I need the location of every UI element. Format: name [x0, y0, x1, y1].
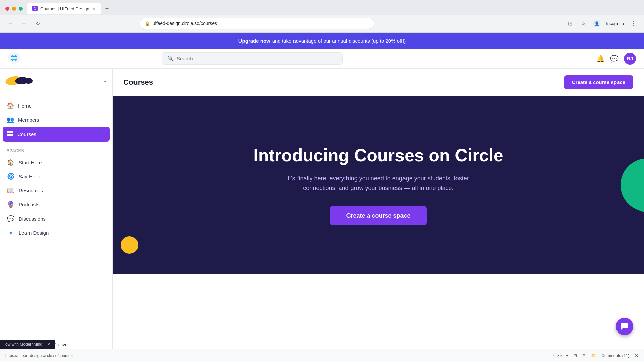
status-bar-url: https://uifeed-design.circle.so/courses: [5, 353, 73, 358]
browser-toolbar-right: ⊡ ☆ 👤 Incognito ⋮: [565, 18, 639, 29]
sidebar-item-members-label: Members: [18, 117, 39, 123]
sidebar-item-resources[interactable]: 📖 Resources: [0, 183, 112, 197]
bottom-close-icon[interactable]: ✕: [635, 353, 639, 358]
svg-text:🌐: 🌐: [10, 54, 18, 62]
sidebar-item-discussions[interactable]: 💬 Discussions: [0, 212, 112, 226]
message-icon[interactable]: 💬: [610, 55, 619, 63]
zoom-in-icon[interactable]: +: [566, 353, 568, 358]
view-icon-2[interactable]: ⊟: [582, 353, 586, 358]
sidebar-item-learn-design[interactable]: ● Learn Design: [0, 226, 112, 240]
comments-label[interactable]: Comments (11): [601, 353, 629, 358]
members-icon: 👥: [7, 116, 14, 123]
sidebar-item-courses-label: Courses: [17, 131, 36, 137]
tab-title: Courses | UIFeed Design: [40, 6, 89, 11]
close-window-btn[interactable]: [5, 7, 9, 11]
browser-menu-icon[interactable]: ⋮: [628, 18, 639, 29]
sidebar-space-podcasts-label: Podcasts: [19, 202, 40, 207]
notification-icon[interactable]: 🔔: [596, 55, 605, 63]
window-controls: [5, 7, 23, 11]
minimize-window-btn[interactable]: [12, 7, 16, 11]
say-hello-icon: 🌀: [7, 172, 15, 180]
address-bar[interactable]: 🔒 uifeed-design.circle.so/courses: [140, 18, 374, 29]
user-avatar[interactable]: RJ: [624, 53, 636, 65]
view-icon-3[interactable]: 📁: [591, 353, 596, 358]
active-tab[interactable]: C Courses | UIFeed Design ✕: [27, 3, 101, 14]
app-body: ⌄ 🏠 Home 👥 Members C: [0, 69, 644, 362]
sidebar-item-start-here[interactable]: 🏠 Start Here: [0, 155, 112, 169]
svg-text:C: C: [34, 7, 36, 10]
sidebar-space-resources-label: Resources: [19, 188, 43, 193]
upgrade-link[interactable]: Upgrade now: [238, 38, 270, 44]
refresh-button[interactable]: ↻: [32, 18, 43, 29]
search-icon: 🔍: [167, 55, 174, 62]
sidebar-item-home[interactable]: 🏠 Home: [0, 99, 112, 113]
search-bar[interactable]: 🔍: [162, 52, 343, 65]
sidebar-nav: 🏠 Home 👥 Members Courses: [0, 96, 112, 144]
hero-subtitle: It's finally here: everything you need t…: [278, 174, 479, 193]
forward-button[interactable]: →: [19, 18, 30, 29]
search-input[interactable]: [177, 56, 337, 61]
incognito-label: Incognito: [606, 21, 624, 26]
sidebar-item-members[interactable]: 👥 Members: [0, 113, 112, 127]
svg-rect-9: [7, 131, 10, 133]
podcasts-icon: 🔮: [7, 200, 15, 208]
zoom-control[interactable]: − 8% +: [552, 353, 568, 358]
browser-title-bar: C Courses | UIFeed Design ✕ +: [0, 0, 644, 15]
url-text: uifeed-design.circle.so/courses: [153, 21, 369, 26]
hero-green-arc-decoration: [621, 158, 644, 212]
courses-icon: [7, 130, 13, 138]
svg-rect-11: [7, 134, 10, 136]
sidebar-space-say-hello-label: Say Hello: [19, 174, 40, 179]
hero-title: Introducing Courses on Circle: [253, 145, 503, 166]
back-button[interactable]: ←: [5, 18, 16, 29]
maximize-window-btn[interactable]: [19, 7, 23, 11]
start-here-icon: 🏠: [7, 158, 15, 166]
page-title: Courses: [123, 78, 153, 87]
sidebar-chevron-icon[interactable]: ⌄: [103, 78, 107, 83]
sidebar-item-say-hello[interactable]: 🌀 Say Hello: [0, 169, 112, 183]
overlay-close-icon[interactable]: ×: [48, 342, 50, 347]
view-icon-1[interactable]: ⊡: [574, 353, 577, 358]
bottom-bar: https://uifeed-design.circle.so/courses …: [0, 349, 644, 362]
bookmark-icon[interactable]: ☆: [578, 18, 589, 29]
create-course-button[interactable]: Create a course space: [564, 75, 633, 89]
sidebar-space-start-here-label: Start Here: [19, 160, 42, 165]
spaces-label: Spaces: [0, 144, 112, 155]
banner-message: and take advantage of our annual discoun…: [272, 38, 406, 44]
app-header-right: 🔔 💬 RJ: [596, 53, 636, 65]
sidebar-header: ⌄: [0, 74, 112, 93]
tab-close-icon[interactable]: ✕: [92, 6, 96, 11]
tab-favicon: C: [32, 6, 38, 12]
bottom-bar-right: − 8% + ⊡ ⊟ 📁 Comments (11) ✕: [552, 353, 639, 358]
new-tab-button[interactable]: +: [103, 4, 112, 14]
sidebar-space-discussions-label: Discussions: [19, 216, 46, 222]
home-icon: 🏠: [7, 102, 14, 109]
zoom-out-icon[interactable]: −: [552, 353, 555, 358]
svg-text:👤: 👤: [594, 21, 599, 26]
cast-icon[interactable]: ⊡: [565, 18, 575, 29]
lock-icon: 🔒: [145, 21, 150, 26]
discussions-icon: 💬: [7, 215, 15, 223]
sidebar: ⌄ 🏠 Home 👥 Members C: [0, 69, 113, 362]
upgrade-banner: Upgrade now and take advantage of our an…: [0, 33, 644, 49]
sidebar-item-podcasts[interactable]: 🔮 Podcasts: [0, 197, 112, 212]
svg-rect-12: [10, 134, 13, 136]
browser-tabs: C Courses | UIFeed Design ✕ +: [27, 3, 111, 14]
app-logo[interactable]: 🌐: [8, 52, 35, 65]
bottom-overlay-bar: ow with ModernMind ×: [0, 340, 55, 349]
zoom-level: 8%: [557, 353, 563, 358]
chat-bubble-button[interactable]: [616, 318, 633, 335]
hero-create-course-button[interactable]: Create a course space: [330, 206, 426, 225]
sidebar-item-home-label: Home: [18, 103, 32, 109]
sidebar-spaces: 🏠 Start Here 🌀 Say Hello 📖 Resources 🔮 P…: [0, 155, 112, 240]
courses-hero: Introducing Courses on Circle It's final…: [113, 96, 644, 274]
browser-toolbar: ← → ↻ 🔒 uifeed-design.circle.so/courses …: [0, 15, 644, 32]
main-content: Courses Create a course space Introducin…: [113, 69, 644, 362]
resources-icon: 📖: [7, 186, 15, 194]
app-header: 🌐 🔍 🔔 💬 RJ: [0, 49, 644, 69]
overlay-text: ow with ModernMind: [5, 342, 42, 347]
sidebar-logo[interactable]: [5, 74, 36, 87]
profile-icon[interactable]: 👤: [591, 18, 602, 29]
sidebar-item-courses[interactable]: Courses: [3, 127, 110, 142]
sidebar-space-learn-design-label: Learn Design: [19, 230, 49, 236]
